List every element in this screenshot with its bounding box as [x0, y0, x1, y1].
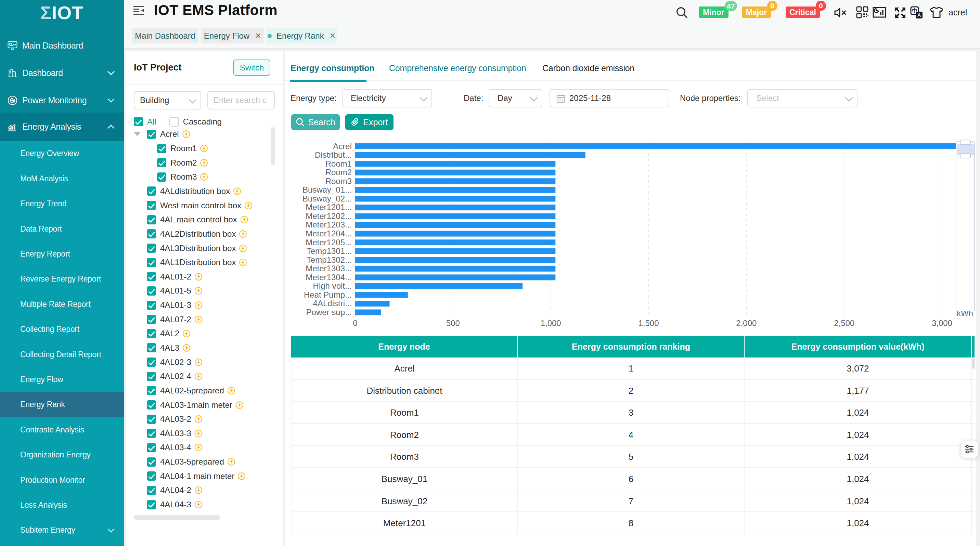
svg-text:A: A	[917, 12, 921, 18]
svg-text:Power sup...: Power sup...	[306, 308, 352, 317]
svg-text:2,500: 2,500	[834, 319, 854, 328]
svg-text:Meter1303...: Meter1303...	[305, 264, 352, 273]
svg-text:Meter1201...: Meter1201...	[305, 203, 352, 212]
svg-text:High volt...: High volt...	[313, 281, 352, 290]
svg-text:Busway_01...: Busway_01...	[302, 185, 352, 194]
svg-text:Room3: Room3	[325, 176, 352, 186]
svg-text:4ALdistri...: 4ALdistri...	[313, 298, 352, 308]
svg-text:Meter1205...: Meter1205...	[305, 238, 352, 247]
svg-text:Temp1302...: Temp1302...	[307, 255, 352, 265]
svg-text:Temp1301...: Temp1301...	[307, 246, 352, 256]
svg-text:500: 500	[446, 319, 460, 328]
svg-text:Busway_02...: Busway_02...	[302, 194, 352, 203]
svg-text:Heat Pump...: Heat Pump...	[304, 290, 352, 299]
svg-text:0: 0	[353, 319, 357, 328]
svg-text:Distribut...: Distribut...	[315, 150, 352, 159]
svg-text:2,000: 2,000	[736, 319, 757, 328]
svg-text:1,000: 1,000	[541, 319, 561, 328]
svg-text:Meter1304...: Meter1304...	[305, 273, 352, 282]
svg-text:Meter1203...: Meter1203...	[305, 220, 352, 229]
svg-text:1,500: 1,500	[638, 319, 659, 328]
svg-text:3,000: 3,000	[932, 319, 952, 328]
svg-text:Room2: Room2	[325, 168, 352, 177]
svg-text:Meter1202...: Meter1202...	[305, 211, 352, 221]
svg-text:Meter1204...: Meter1204...	[305, 229, 352, 238]
svg-text:Room1: Room1	[325, 159, 352, 168]
svg-text:Acrel: Acrel	[333, 141, 352, 151]
